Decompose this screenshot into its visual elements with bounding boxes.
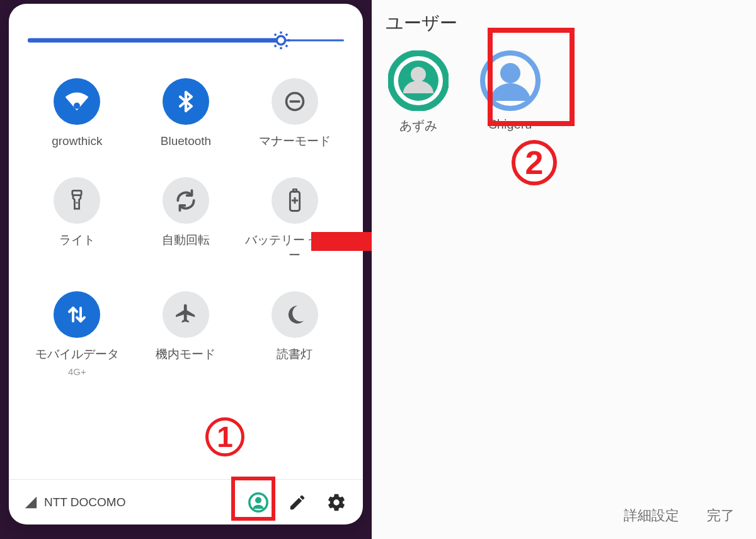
- brightness-icon[interactable]: [271, 30, 291, 50]
- tile-sublabel: 4G+: [68, 366, 86, 377]
- svg-line-7: [285, 34, 287, 35]
- tile-airplane[interactable]: 機内モード: [134, 291, 238, 377]
- quick-settings-panel: growthick Bluetooth マナーモード ライト: [0, 0, 372, 539]
- tile-label: Bluetooth: [161, 134, 211, 149]
- tile-label: growthick: [52, 134, 102, 149]
- done-button[interactable]: 完了: [707, 506, 735, 525]
- user-name: あずみ: [399, 117, 437, 134]
- tile-bluetooth[interactable]: Bluetooth: [134, 78, 238, 149]
- annotation-number-2: 2: [512, 140, 557, 185]
- carrier-text: NTT DOCOMO: [44, 496, 125, 509]
- mobiledata-icon: [54, 291, 100, 338]
- tile-label: 機内モード: [156, 347, 215, 362]
- annotation-number-1: 1: [205, 417, 244, 456]
- brightness-slider[interactable]: [28, 28, 344, 53]
- settings-button[interactable]: [325, 491, 348, 514]
- tile-label: 自動回転: [162, 233, 210, 248]
- users-title: ユーザー: [386, 11, 742, 35]
- tile-flashlight[interactable]: ライト: [25, 177, 129, 264]
- tile-batterysaver[interactable]: バッテリー セーバー: [243, 177, 346, 264]
- tile-autorotate[interactable]: 自動回転: [134, 177, 238, 264]
- airplane-icon: [163, 291, 209, 338]
- avatar-icon: [388, 50, 449, 111]
- user-item[interactable]: Shigeru: [480, 50, 541, 134]
- tile-label: ライト: [59, 233, 95, 248]
- carrier-label: NTT DOCOMO: [24, 496, 125, 509]
- tile-label: 読書灯: [277, 347, 312, 362]
- quick-settings-footer: NTT DOCOMO: [9, 479, 363, 525]
- svg-point-0: [277, 36, 285, 44]
- night-icon: [272, 291, 318, 338]
- dnd-icon: [272, 78, 318, 125]
- avatar-icon: [480, 50, 541, 111]
- tile-dnd[interactable]: マナーモード: [243, 78, 346, 149]
- svg-point-9: [74, 103, 80, 109]
- tile-mobiledata[interactable]: モバイルデータ 4G+: [25, 291, 129, 377]
- advanced-settings-button[interactable]: 詳細設定: [624, 506, 679, 525]
- flashlight-icon: [54, 177, 100, 224]
- tile-wifi[interactable]: growthick: [25, 78, 129, 149]
- svg-line-8: [274, 45, 275, 47]
- wifi-icon: [54, 78, 100, 125]
- tile-readinglight[interactable]: 読書灯: [243, 291, 346, 377]
- rotate-icon: [163, 177, 209, 224]
- svg-line-6: [285, 45, 287, 47]
- user-item[interactable]: あずみ: [388, 50, 449, 134]
- users-panel: ユーザー あずみ Shigeru 2 詳細設定 完了: [372, 0, 756, 539]
- svg-point-28: [500, 63, 520, 83]
- svg-point-26: [411, 67, 426, 82]
- battery-icon: [272, 177, 318, 224]
- bluetooth-icon: [163, 78, 209, 125]
- tile-label: モバイルデータ: [35, 347, 119, 362]
- svg-rect-15: [293, 188, 296, 191]
- signal-icon: [24, 496, 38, 509]
- quick-settings-card: growthick Bluetooth マナーモード ライト: [9, 4, 363, 525]
- svg-line-5: [274, 34, 275, 35]
- svg-point-21: [255, 497, 261, 503]
- user-name: Shigeru: [489, 117, 532, 132]
- tile-label: マナーモード: [259, 134, 331, 149]
- edit-button[interactable]: [286, 491, 309, 514]
- tile-label: バッテリー セーバー: [243, 233, 346, 264]
- svg-rect-12: [72, 190, 81, 195]
- user-switch-button[interactable]: [247, 491, 270, 514]
